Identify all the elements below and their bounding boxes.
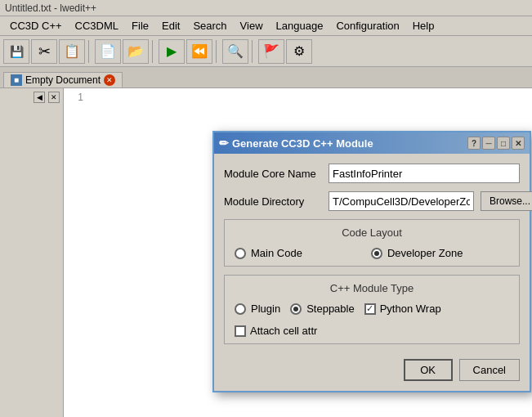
cpp-module-type-section: C++ Module Type Plugin Steppable Python …: [224, 275, 520, 344]
module-directory-row: Module Directory Browse...: [224, 191, 520, 211]
attach-cell-attr-option[interactable]: Attach cell attr: [235, 325, 317, 337]
generate-module-dialog: ✏ Generate CC3D C++ Module ? ─ □ ✕ Modul…: [212, 131, 531, 392]
line-number-1: 1: [64, 92, 83, 103]
tab-label: Empty Document: [25, 74, 101, 86]
toolbar: 💾 ✂ 📋 📄 📂 ▶ ⏪ 🔍 🚩 ⚙: [0, 36, 532, 67]
developer-zone-radio[interactable]: [371, 248, 382, 259]
module-core-name-row: Module Core Name: [224, 164, 520, 183]
menu-search[interactable]: Search: [186, 18, 233, 34]
menu-file[interactable]: File: [125, 18, 155, 34]
plugin-label: Plugin: [251, 303, 280, 315]
menu-configuration[interactable]: Configuration: [329, 18, 405, 34]
steppable-option[interactable]: Steppable: [290, 303, 355, 315]
dialog-maximize-button[interactable]: □: [497, 137, 510, 150]
tab-empty-document[interactable]: ■ Empty Document ✕: [3, 72, 123, 87]
menu-language[interactable]: Language: [270, 18, 330, 34]
browse-button[interactable]: Browse...: [481, 191, 532, 211]
dialog-buttons: OK Cancel: [224, 352, 520, 381]
developer-zone-option[interactable]: Developer Zone: [371, 247, 463, 259]
dialog-help-button[interactable]: ?: [467, 137, 481, 150]
open-button[interactable]: 📂: [123, 39, 149, 64]
dialog-title-controls: ? ─ □ ✕: [467, 137, 525, 150]
dialog-close-button[interactable]: ✕: [512, 137, 525, 150]
code-layout-section: Code Layout Main Code Developer Zone: [224, 219, 520, 267]
attach-cell-attr-checkbox[interactable]: [235, 325, 246, 337]
tab-close-button[interactable]: ✕: [104, 74, 115, 86]
module-core-name-input[interactable]: [329, 164, 520, 183]
menu-help[interactable]: Help: [406, 18, 441, 34]
module-core-name-label: Module Core Name: [224, 168, 322, 180]
menubar: CC3D C++ CC3DML File Edit Search View La…: [0, 16, 532, 36]
dialog-title-icon: ✏: [219, 137, 229, 150]
menu-cc3dml[interactable]: CC3DML: [69, 18, 125, 34]
sidebar-left-arrow[interactable]: ◀: [34, 92, 45, 103]
toolbar-sep-4: [252, 40, 255, 63]
code-layout-title: Code Layout: [235, 226, 509, 239]
dialog-titlebar: ✏ Generate CC3D C++ Module ? ─ □ ✕: [214, 132, 530, 154]
module-directory-label: Module Directory: [224, 195, 322, 208]
run-button[interactable]: ▶: [159, 39, 185, 64]
tab-icon: ■: [11, 74, 22, 86]
menu-edit[interactable]: Edit: [155, 18, 186, 34]
settings-button[interactable]: ⚙: [286, 39, 312, 64]
line-numbers: 1: [64, 92, 87, 103]
python-wrap-label: Python Wrap: [380, 303, 441, 315]
python-wrap-option[interactable]: Python Wrap: [364, 303, 441, 315]
dialog-body: Module Core Name Module Directory Browse…: [214, 154, 530, 391]
cancel-button[interactable]: Cancel: [459, 359, 520, 381]
developer-zone-label: Developer Zone: [387, 247, 463, 259]
python-wrap-checkbox[interactable]: [364, 303, 376, 315]
left-sidebar: ◀ ✕: [0, 88, 64, 417]
new-button[interactable]: 📄: [95, 39, 121, 64]
sidebar-controls: ◀ ✕: [34, 92, 60, 103]
ok-button[interactable]: OK: [404, 359, 453, 381]
cpp-module-type-title: C++ Module Type: [235, 282, 509, 294]
save-button[interactable]: 💾: [3, 39, 29, 64]
dialog-minimize-button[interactable]: ─: [482, 137, 495, 150]
toolbar-sep-1: [88, 40, 92, 63]
flag-button[interactable]: 🚩: [258, 39, 284, 64]
search-button[interactable]: 🔍: [222, 39, 248, 64]
toolbar-sep-2: [152, 40, 155, 63]
cut-button[interactable]: ✂: [31, 39, 57, 64]
titlebar-text: Untitled.txt - lwedit++: [5, 2, 96, 14]
cpp-module-type-options: Plugin Steppable Python Wrap Attach cell…: [235, 303, 509, 337]
copy-button[interactable]: 📋: [59, 39, 85, 64]
menu-view[interactable]: View: [234, 18, 270, 34]
titlebar: Untitled.txt - lwedit++: [0, 0, 532, 16]
plugin-option[interactable]: Plugin: [235, 303, 280, 315]
main-code-option[interactable]: Main Code: [235, 247, 302, 259]
dialog-title-text: Generate CC3D C++ Module: [232, 137, 373, 150]
main-code-label: Main Code: [251, 247, 302, 259]
steppable-label: Steppable: [306, 303, 355, 315]
main-code-radio[interactable]: [235, 248, 246, 259]
tabbar: ■ Empty Document ✕: [0, 67, 532, 88]
attach-cell-attr-label: Attach cell attr: [250, 325, 317, 337]
sidebar-right-arrow[interactable]: ✕: [48, 92, 60, 103]
steppable-radio[interactable]: [290, 303, 302, 315]
back-button[interactable]: ⏪: [186, 39, 212, 64]
code-layout-options: Main Code Developer Zone: [235, 247, 509, 259]
dialog-title-left: ✏ Generate CC3D C++ Module: [219, 137, 373, 150]
toolbar-sep-3: [216, 40, 219, 63]
module-directory-input[interactable]: [329, 191, 474, 211]
plugin-radio[interactable]: [235, 303, 246, 315]
menu-cc3d-cpp[interactable]: CC3D C++: [3, 18, 69, 34]
